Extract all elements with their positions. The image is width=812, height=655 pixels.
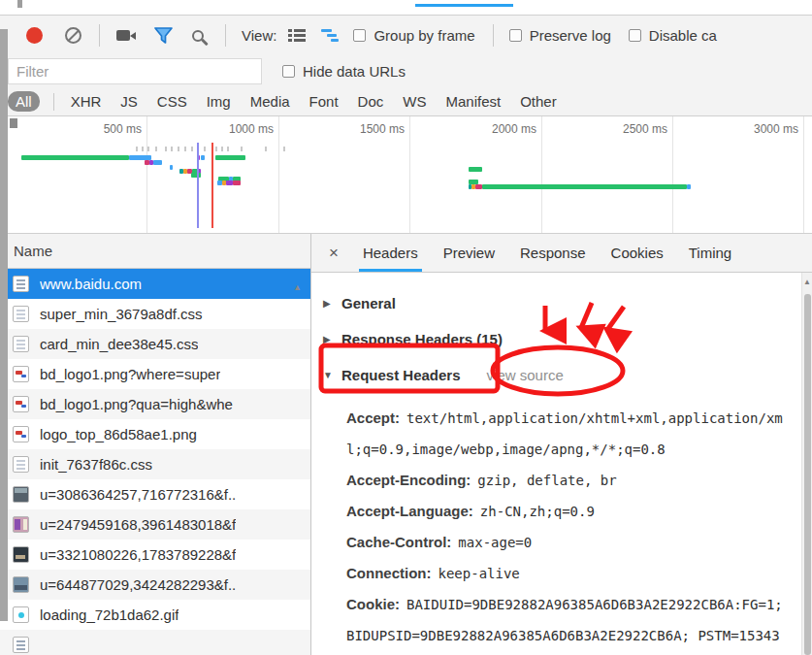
document-icon [13, 637, 29, 653]
triangle-right-icon[interactable]: ▶ [323, 334, 333, 344]
header-key: Accept-Encoding: [346, 472, 471, 488]
header-value: keep-alive [438, 566, 520, 581]
network-main-area: Name www.baidu.comsuper_min_3679a8df.css… [0, 234, 812, 655]
filter-input[interactable] [8, 58, 262, 84]
type-filter-js[interactable]: JS [117, 92, 141, 111]
search-icon[interactable] [192, 30, 204, 42]
type-filter-font[interactable]: Font [307, 92, 341, 111]
scrollbar-thumb[interactable] [804, 294, 811, 655]
panel-divider[interactable] [310, 234, 311, 655]
document-icon [13, 276, 29, 292]
type-filter-doc[interactable]: Doc [355, 92, 387, 111]
request-name: init_7637f86c.css [40, 456, 152, 473]
scroll-up-icon[interactable]: ▲ [803, 278, 811, 286]
waterfall-tick [165, 147, 167, 151]
type-filter-css[interactable]: CSS [154, 92, 190, 111]
close-icon[interactable]: × [321, 234, 350, 272]
type-filter-media[interactable]: Media [247, 92, 293, 111]
type-filter-ws[interactable]: WS [400, 92, 429, 111]
waterfall-tick [204, 147, 206, 151]
request-list-panel: Name www.baidu.comsuper_min_3679a8df.css… [0, 234, 310, 655]
view-label: View: [242, 27, 276, 44]
filter-funnel-icon[interactable] [153, 26, 174, 45]
tab-timing[interactable]: Timing [676, 234, 744, 272]
toolbar-divider [99, 24, 100, 47]
request-row[interactable] [0, 630, 310, 655]
disable-cache-checkbox[interactable] [629, 29, 641, 42]
request-row[interactable]: init_7637f86c.css [0, 449, 310, 479]
details-scrollbar[interactable]: ▲ [801, 273, 812, 655]
waterfall-tick [184, 147, 186, 151]
type-filter-manifest[interactable]: Manifest [442, 92, 503, 111]
disable-cache-label: Disable ca [649, 27, 717, 44]
clear-icon[interactable] [65, 27, 81, 44]
header-line-accept-language: Accept-Language:zh-CN,zh;q=0.9 [346, 496, 787, 527]
request-rows-view-icon[interactable] [288, 29, 306, 42]
waterfall-bar-segment [475, 184, 482, 189]
header-sections: ▶General▶Response Headers (15)▼Request H… [323, 284, 787, 393]
waterfall-tick [241, 147, 243, 151]
view-source-link[interactable]: view source [487, 367, 564, 383]
request-row[interactable]: super_min_3679a8df.css [0, 299, 310, 329]
request-row[interactable]: u=644877029,3424282293&f.. [0, 570, 310, 600]
section-title: Request Headers [341, 367, 461, 383]
header-key: Connection: [346, 565, 432, 581]
waterfall-bar-segment [482, 184, 687, 189]
record-icon[interactable] [26, 27, 43, 44]
section-request-headers[interactable]: ▼Request Headersview source [323, 357, 787, 393]
group-by-frame-option: Group by frame [353, 27, 474, 44]
type-filter-divider [53, 93, 54, 111]
request-row[interactable]: u=3086364257,716772316&f.. [0, 479, 310, 509]
request-name: u=3086364257,716772316&f.. [40, 486, 236, 503]
waterfall-tick [283, 147, 285, 151]
triangle-right-icon[interactable]: ▶ [323, 298, 333, 309]
request-name: www.baidu.com [40, 276, 142, 292]
screenshot-camera-icon[interactable] [116, 30, 130, 41]
header-value: max-age=0 [458, 535, 532, 550]
waterfall-tick [155, 147, 157, 151]
preserve-log-option: Preserve log [509, 27, 611, 44]
waterfall-bar-segment [21, 155, 129, 160]
section-response-headers-15[interactable]: ▶Response Headers (15) [323, 321, 787, 357]
waterfall-bar-segment [215, 155, 245, 160]
type-filter-xhr[interactable]: XHR [68, 92, 105, 111]
type-filter-other[interactable]: Other [517, 92, 560, 111]
header-key: Accept-Language: [346, 503, 473, 519]
ruler-label: 2500 ms [623, 122, 667, 136]
header-line-accept: Accept:text/html,application/xhtml+xml,a… [346, 403, 787, 465]
hide-data-urls-checkbox[interactable] [282, 65, 295, 78]
group-by-frame-checkbox[interactable] [353, 29, 366, 42]
tab-preview[interactable]: Preview [431, 234, 507, 272]
overview-drag-handle[interactable] [10, 118, 17, 128]
request-row[interactable]: u=3321080226,1783789228&f [0, 540, 310, 570]
ruler-label: 1500 ms [360, 122, 405, 136]
request-row[interactable]: www.baidu.com [0, 269, 310, 299]
type-filter-all[interactable]: All [8, 91, 40, 112]
scroll-up-icon[interactable]: ▲ [293, 282, 302, 292]
request-row[interactable]: bd_logo1.png?qua=high&whe [0, 389, 310, 419]
toolbar-divider [493, 24, 494, 47]
top-band [0, 0, 812, 15]
request-row[interactable]: u=2479459168,3961483018&f [0, 509, 310, 540]
name-column-header[interactable]: Name [0, 234, 310, 269]
request-row[interactable]: card_min_dee38e45.css [0, 329, 310, 359]
ruler-label: 3000 ms [754, 122, 798, 136]
triangle-down-icon[interactable]: ▼ [323, 370, 333, 380]
section-general[interactable]: ▶General [323, 284, 787, 321]
timeline-overview[interactable]: 500 ms1000 ms1500 ms2000 ms2500 ms3000 m… [0, 116, 812, 234]
tab-response[interactable]: Response [507, 234, 599, 272]
request-name: loading_72b1da62.gif [40, 606, 179, 623]
type-filter-img[interactable]: Img [204, 92, 234, 111]
image-icon [13, 366, 29, 382]
overview-waterfall-icon[interactable] [321, 29, 339, 42]
request-row[interactable]: logo_top_86d58ae1.png [0, 419, 310, 449]
header-key: Accept: [346, 409, 400, 426]
waterfall-bar-segment [153, 160, 162, 165]
waterfall-tick [171, 147, 173, 151]
tab-cookies[interactable]: Cookies [599, 234, 676, 272]
waterfall-tick [136, 147, 138, 151]
tab-headers[interactable]: Headers [350, 234, 431, 272]
preserve-log-checkbox[interactable] [509, 29, 522, 42]
request-row[interactable]: loading_72b1da62.gif [0, 600, 310, 630]
request-row[interactable]: bd_logo1.png?where=super [0, 359, 310, 389]
